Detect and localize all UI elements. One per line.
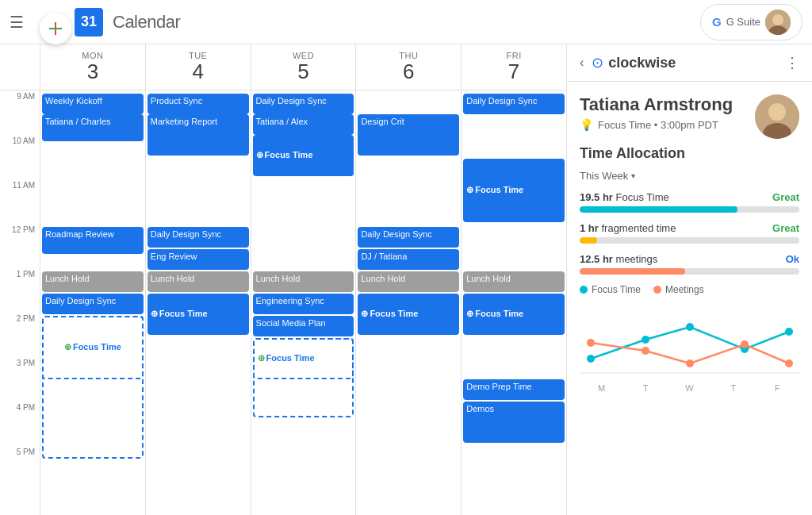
- chart-legend: Focus Time Meetings: [580, 284, 799, 295]
- event-focus-fri-2[interactable]: ⊕ Focus Time: [463, 294, 565, 335]
- legend-label-focus: Focus Time: [592, 284, 641, 295]
- event-dj-tatiana[interactable]: DJ / Tatiana: [358, 249, 459, 270]
- chart-point-salmon-T1: [642, 347, 649, 355]
- stat-label-text-fragmented: fragmented time: [601, 222, 676, 234]
- top-bar: ☰ 31 Calendar G G Suite: [0, 0, 812, 44]
- clockwise-logo: ⊙ clockwise: [592, 54, 676, 71]
- stat-label-fragmented: 1 hr fragmented time: [580, 222, 676, 234]
- gsuite-button[interactable]: G G Suite: [700, 4, 802, 40]
- back-arrow-icon[interactable]: ‹: [580, 56, 584, 70]
- add-event-button[interactable]: [40, 13, 71, 44]
- event-demos[interactable]: Demos: [463, 402, 565, 443]
- event-focus-wed-2[interactable]: ⊕ Focus Time: [253, 338, 354, 379]
- chart-point-teal-T1: [642, 336, 649, 344]
- week-selector[interactable]: This Week ▾: [580, 170, 635, 182]
- focus-plus-mon: ⊕: [64, 341, 71, 352]
- event-focus-fri-1[interactable]: ⊕ Focus Time: [463, 159, 565, 222]
- time-label-11am: 11 AM: [0, 179, 40, 224]
- event-lunch-hold-tue[interactable]: Lunch Hold: [147, 271, 249, 292]
- day-columns-header: MON 3 TUE 4 WED 5 THU 6 FRI 7: [40, 44, 566, 90]
- event-lunch-hold-wed[interactable]: Lunch Hold: [253, 271, 354, 292]
- clockwise-text: clockwise: [608, 55, 676, 71]
- event-tatiana-charles[interactable]: Tatiana / Charles: [42, 114, 144, 141]
- calendar-title: Calendar: [113, 12, 180, 33]
- day-num-fri: 7: [462, 60, 566, 83]
- day-header-tue: TUE 4: [145, 44, 251, 90]
- day-num-wed: 5: [251, 60, 356, 83]
- stat-status-meetings: Ok: [786, 253, 799, 265]
- stat-label-focus: 19.5 hr Focus Time: [580, 191, 669, 203]
- chart-point-teal-M: [587, 355, 595, 363]
- stat-status-focus: Great: [772, 191, 799, 203]
- event-daily-design-sync-mon[interactable]: Daily Design Sync: [42, 294, 144, 314]
- event-focus-tue[interactable]: ⊕ Focus Time: [147, 294, 249, 335]
- day-col-wed: Daily Design Sync Tatiana / Alex ⊕ Focus…: [251, 90, 356, 515]
- event-lunch-hold-mon[interactable]: Lunch Hold: [42, 271, 144, 292]
- calendar-body: 9 AM 10 AM 11 AM 12 PM 1 PM 2 PM 3 PM 4 …: [0, 90, 566, 515]
- event-daily-design-sync-thu[interactable]: Daily Design Sync: [358, 227, 459, 248]
- event-focus-wed-1[interactable]: ⊕ Focus Time: [253, 135, 354, 176]
- event-product-sync[interactable]: Product Sync: [147, 94, 249, 114]
- stat-row-meetings: 12.5 hr meetings Ok: [580, 253, 799, 275]
- legend-label-meetings: Meetings: [665, 284, 704, 295]
- event-tatiana-alex[interactable]: Tatiana / Alex: [253, 114, 354, 135]
- focus-plus-wed-2: ⊕: [258, 352, 265, 363]
- chart-area: M T W T F: [580, 302, 799, 389]
- time-label-2pm: 2 PM: [0, 313, 40, 357]
- user-details: Tatiana Armstrong 💡 Focus Time • 3:00pm …: [580, 94, 733, 131]
- progress-fill-focus: [580, 206, 737, 213]
- progress-fill-meetings: [580, 268, 685, 275]
- time-label-4pm: 4 PM: [0, 402, 40, 446]
- time-label-9am: 9 AM: [0, 90, 40, 135]
- day-header-fri: FRI 7: [461, 44, 566, 90]
- more-options-icon[interactable]: ⋮: [785, 54, 799, 71]
- stat-value-focus: 19.5 hr: [580, 191, 613, 203]
- stat-header-focus: 19.5 hr Focus Time Great: [580, 191, 799, 203]
- avatar-svg: [755, 94, 799, 139]
- day-num-tue: 4: [146, 60, 251, 83]
- chart-point-teal-W: [686, 323, 694, 331]
- event-lunch-hold-fri[interactable]: Lunch Hold: [463, 271, 565, 292]
- legend-dot-teal: [580, 286, 588, 294]
- event-roadmap-review[interactable]: Roadmap Review: [42, 227, 144, 254]
- focus-plus-fri-2: ⊕: [466, 308, 473, 319]
- event-marketing-report[interactable]: Marketing Report: [147, 114, 249, 156]
- event-daily-design-sync-wed[interactable]: Daily Design Sync: [253, 94, 354, 114]
- calendar-section: MON 3 TUE 4 WED 5 THU 6 FRI 7: [0, 44, 566, 515]
- event-lunch-hold-thu[interactable]: Lunch Hold: [358, 271, 459, 292]
- chart-label-W: W: [668, 383, 711, 393]
- chart-point-salmon-M: [587, 339, 595, 347]
- time-gutter-header: [0, 44, 40, 90]
- event-focus-mon[interactable]: ⊕ Focus Time: [42, 316, 144, 379]
- event-social-media-plan[interactable]: Social Media Plan: [253, 316, 354, 336]
- user-avatar: [755, 94, 799, 139]
- stat-header-fragmented: 1 hr fragmented time Great: [580, 222, 799, 234]
- user-status: 💡 Focus Time • 3:00pm PDT: [580, 118, 733, 131]
- cal-date-num: 31: [81, 13, 97, 30]
- chart-label-F: F: [756, 383, 799, 393]
- day-header-thu: THU 6: [355, 44, 461, 90]
- day-num-thu: 6: [356, 60, 461, 83]
- svg-point-8: [769, 104, 785, 120]
- day-header-mon: MON 3: [40, 44, 145, 90]
- day-col-mon: Weekly Kickoff Tatiana / Charles Roadmap…: [40, 90, 145, 515]
- event-demo-prep[interactable]: Demo Prep Time: [463, 379, 565, 400]
- event-weekly-kickoff[interactable]: Weekly Kickoff: [42, 94, 144, 114]
- sidebar: ‹ ⊙ clockwise ⋮ Tatiana Armstrong 💡 Focu…: [566, 44, 812, 515]
- event-engineering-sync[interactable]: Engineering Sync: [253, 294, 354, 314]
- event-daily-design-sync-fri[interactable]: Daily Design Sync: [463, 94, 565, 114]
- stat-row-fragmented: 1 hr fragmented time Great: [580, 222, 799, 244]
- event-daily-design-sync-tue[interactable]: Daily Design Sync: [147, 227, 249, 248]
- event-eng-review[interactable]: Eng Review: [147, 249, 249, 270]
- menu-icon[interactable]: ☰: [10, 13, 24, 32]
- focus-plus-tue: ⊕: [151, 308, 158, 319]
- event-focus-thu[interactable]: ⊕ Focus Time: [358, 294, 459, 335]
- focus-plus-thu: ⊕: [361, 308, 368, 319]
- avatar-image: [765, 10, 791, 35]
- chart-label-M: M: [580, 383, 623, 393]
- day-num-mon: 3: [40, 60, 145, 83]
- time-label-1pm: 1 PM: [0, 268, 40, 313]
- stat-value-fragmented: 1 hr: [580, 222, 599, 234]
- event-design-crit[interactable]: Design Crit: [358, 114, 459, 156]
- user-status-text: Focus Time • 3:00pm PDT: [598, 119, 718, 131]
